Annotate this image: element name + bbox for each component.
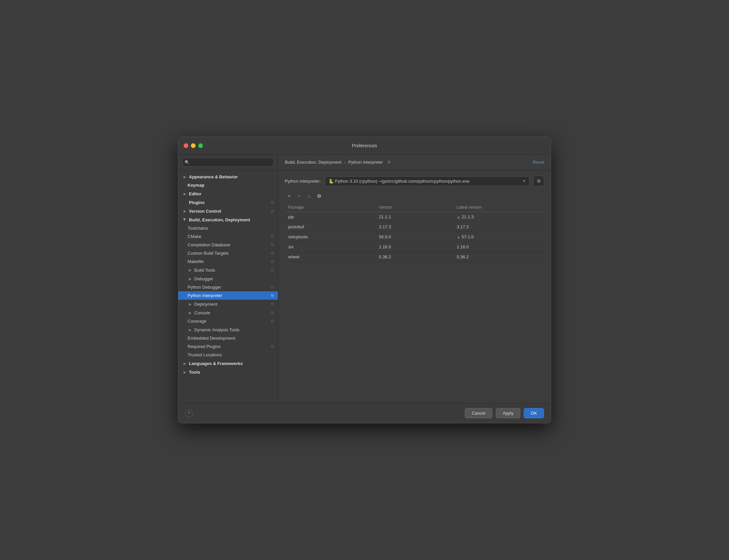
- cancel-button[interactable]: Cancel: [465, 408, 492, 418]
- sidebar-item-toolchains[interactable]: Toolchains: [178, 224, 278, 232]
- settings-icon: ⊟: [271, 243, 274, 247]
- search-box: 🔍: [178, 154, 278, 170]
- sidebar-item-label: Dynamic Analysis Tools: [194, 327, 240, 332]
- settings-icon: ⊟: [271, 311, 274, 315]
- window-title: Preferences: [352, 143, 377, 148]
- sidebar-item-label: Makefile: [188, 259, 204, 264]
- reset-button[interactable]: Reset: [533, 160, 544, 165]
- sidebar-item-label: Coverage: [188, 319, 206, 324]
- sidebar-item-editor[interactable]: ▶ Editor: [178, 189, 278, 198]
- settings-icon: ⊟: [271, 285, 274, 289]
- gear-button[interactable]: ⚙: [533, 176, 544, 186]
- sidebar-item-compilation-db[interactable]: Compilation Database ⊟: [178, 241, 278, 249]
- maximize-button[interactable]: [198, 143, 203, 148]
- footer: ? Cancel Apply OK: [178, 403, 551, 423]
- minimize-button[interactable]: [191, 143, 196, 148]
- search-wrapper: 🔍: [182, 158, 274, 167]
- toolbar-row: + − ▲: [285, 192, 544, 200]
- sidebar-item-makefile[interactable]: Makefile ⊟: [178, 257, 278, 266]
- breadcrumb-separator: ›: [344, 160, 346, 165]
- sidebar-item-deployment[interactable]: ▶ Deployment ⊟: [178, 300, 278, 308]
- sidebar-item-dynamic-analysis[interactable]: ▶ Dynamic Analysis Tools: [178, 325, 278, 334]
- table-row[interactable]: wheel 0.36.2 0.36.2: [285, 252, 544, 262]
- sidebar-item-console[interactable]: ▶ Console ⊟: [178, 308, 278, 317]
- sidebar-item-version-control[interactable]: ▶ Version Control ⊟: [178, 207, 278, 215]
- sidebar-item-label: Tools: [189, 370, 200, 375]
- titlebar: Preferences: [178, 137, 551, 154]
- add-package-button[interactable]: +: [285, 192, 294, 200]
- arrow-icon: ▶: [188, 276, 193, 281]
- main-content: 🔍 ▶ Appearance & Behavior Keymap ▶ Edito…: [178, 154, 551, 403]
- upgrade-package-button[interactable]: ▲: [305, 192, 314, 200]
- table-row[interactable]: setuptools 56.0.0 ▲57.1.0: [285, 232, 544, 242]
- traffic-lights: [184, 143, 203, 148]
- arrow-icon: ▶: [182, 174, 188, 179]
- sidebar-item-label: Python Interpreter: [188, 293, 222, 298]
- package-version: 1.16.0: [375, 242, 453, 252]
- interpreter-label: Python Interpreter:: [285, 179, 321, 184]
- arrow-open-icon: ▶: [182, 217, 188, 222]
- content-area: Build, Execution, Deployment › Python In…: [278, 154, 551, 403]
- arrow-icon: ▶: [182, 191, 188, 196]
- sidebar-item-custom-build-targets[interactable]: Custom Build Targets ⊟: [178, 249, 278, 257]
- upgrade-arrow-icon: ▲: [457, 235, 460, 239]
- sidebar-item-label: Languages & Frameworks: [189, 361, 243, 366]
- sidebar-item-tools[interactable]: ▶ Tools: [178, 368, 278, 376]
- sidebar-item-build-tools[interactable]: ▶ Build Tools ⊟: [178, 266, 278, 274]
- sidebar-item-required-plugins[interactable]: Required Plugins ⊟: [178, 342, 278, 351]
- sidebar-item-plugins[interactable]: ▶ Plugins ⊟: [178, 198, 278, 207]
- sidebar-item-trusted-locations[interactable]: Trusted Locations: [178, 351, 278, 359]
- package-latest: 1.16.0: [453, 242, 544, 252]
- sidebar-item-label: Embedded Development: [188, 336, 235, 341]
- col-header-package: Package: [285, 203, 375, 212]
- sidebar-item-appearance[interactable]: ▶ Appearance & Behavior: [178, 172, 278, 181]
- sidebar-item-python-debugger[interactable]: Python Debugger ⊟: [178, 283, 278, 291]
- sidebar-item-python-interpreter[interactable]: Python Interpreter ⊟: [178, 291, 278, 300]
- sidebar-item-label: Console: [194, 310, 210, 315]
- remove-package-button[interactable]: −: [295, 192, 304, 200]
- arrow-icon: ▶: [182, 361, 188, 366]
- package-latest: 0.36.2: [453, 252, 544, 262]
- sidebar-item-label: Version Control: [189, 209, 221, 214]
- sidebar-item-cmake[interactable]: CMake ⊟: [178, 232, 278, 241]
- help-icon: ?: [188, 411, 190, 416]
- package-name: wheel: [285, 252, 375, 262]
- sidebar-item-embedded-dev[interactable]: Embedded Development: [178, 334, 278, 342]
- settings-icon: ⊟: [271, 302, 274, 306]
- apply-button[interactable]: Apply: [496, 408, 521, 418]
- sidebar-item-label: Trusted Locations: [188, 352, 222, 357]
- sidebar: 🔍 ▶ Appearance & Behavior Keymap ▶ Edito…: [178, 154, 278, 403]
- col-header-latest: Latest version: [453, 203, 544, 212]
- interpreter-select[interactable]: 🐍 Python 3.10 (cpython) ~/go/src/github.…: [325, 176, 529, 186]
- interpreter-row: Python Interpreter: 🐍 Python 3.10 (cpyth…: [285, 176, 544, 186]
- package-name: setuptools: [285, 232, 375, 242]
- settings-icon: ⊟: [271, 268, 274, 272]
- breadcrumb-current: Python Interpreter: [348, 160, 383, 165]
- sidebar-item-label: Debugger: [194, 276, 213, 281]
- arrow-icon: ▶: [188, 301, 193, 307]
- sidebar-item-coverage[interactable]: Coverage ⊟: [178, 317, 278, 325]
- sidebar-item-label: Compilation Database: [188, 242, 230, 247]
- show-package-button[interactable]: [315, 192, 324, 200]
- table-row[interactable]: six 1.16.0 1.16.0: [285, 242, 544, 252]
- package-name: six: [285, 242, 375, 252]
- sidebar-item-label: Build Tools: [194, 268, 215, 273]
- sidebar-item-debugger[interactable]: ▶ Debugger: [178, 274, 278, 283]
- packages-table: Package Version Latest version pip 21.1.…: [285, 203, 544, 262]
- sidebar-item-languages[interactable]: ▶ Languages & Frameworks: [178, 359, 278, 368]
- arrow-icon: ▶: [182, 369, 188, 375]
- table-row[interactable]: pip 21.1.1 ▲21.1.3: [285, 212, 544, 222]
- ok-button[interactable]: OK: [524, 408, 544, 418]
- sidebar-item-label: Toolchains: [188, 226, 208, 231]
- sidebar-item-keymap[interactable]: Keymap: [178, 181, 278, 189]
- table-row[interactable]: protobuf 3.17.3 3.17.3: [285, 222, 544, 232]
- preferences-window: Preferences 🔍 ▶ Appearance & Behavior Ke…: [178, 137, 551, 423]
- help-button[interactable]: ?: [185, 409, 193, 417]
- package-version: 56.0.0: [375, 232, 453, 242]
- close-button[interactable]: [184, 143, 188, 148]
- breadcrumb: Build, Execution, Deployment › Python In…: [285, 160, 390, 165]
- sidebar-item-build-exec[interactable]: ▶ Build, Execution, Deployment: [178, 215, 278, 224]
- sidebar-item-label: Keymap: [188, 183, 205, 188]
- search-input[interactable]: [182, 158, 274, 167]
- sidebar-item-label: Required Plugins: [188, 344, 221, 349]
